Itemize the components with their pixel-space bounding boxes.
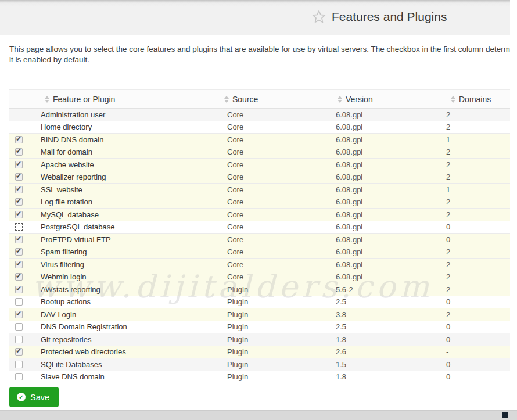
checkbox-cell [9,248,40,256]
checkbox-cell [9,336,40,343]
feature-domains: 2 [446,148,510,156]
feature-version: 6.08.gpl [336,123,446,131]
features-table: Feature or Plugin Source Version Domains… [9,89,511,383]
feature-checkbox[interactable] [15,211,23,218]
feature-version: 6.08.gpl [336,185,446,194]
table-header-row: Feature or Plugin Source Version Domains [9,89,510,109]
feature-version: 2.5 [336,297,446,306]
page-title-group: Features and Plugins [311,9,447,24]
feature-domains: 0 [446,335,510,344]
feature-checkbox[interactable] [15,148,23,156]
feature-domains: 2 [446,272,510,281]
column-header-source[interactable]: Source [224,90,258,109]
feature-checkbox[interactable] [15,273,23,281]
sort-arrows-icon [45,96,49,103]
bottom-status-strip [0,410,517,420]
sort-arrows-icon [451,96,455,103]
feature-checkbox[interactable] [15,336,23,343]
feature-domains: 2 [446,210,510,219]
table-row: Protected web directories Plugin 2.6 - [9,346,510,359]
content-left-border [5,35,5,410]
checkbox-cell [9,161,40,168]
feature-checkbox[interactable] [15,298,23,306]
right-gutter [510,0,517,410]
feature-name: Administration user [40,110,227,119]
feature-checkbox[interactable] [15,161,23,168]
feature-domains: 0 [446,322,510,331]
feature-name: Mail for domain [40,148,227,156]
feature-name: Apache website [40,160,227,169]
save-button-label: Save [30,393,49,402]
feature-checkbox[interactable] [15,311,23,318]
feature-checkbox[interactable] [15,348,23,356]
table-row: SSL website Core 6.08.gpl 1 [9,184,510,196]
feature-source: Core [227,135,336,144]
table-row: ProFTPD virtual FTP Core 6.08.gpl 0 [9,234,510,246]
checkbox-cell [9,298,40,306]
checkbox-cell [9,148,40,156]
table-row: AWstats reporting Plugin 5.6-2 2 [9,283,510,296]
column-header-domains[interactable]: Domains [451,90,491,109]
divider [6,77,510,77]
table-row: Webalizer reporting Core 6.08.gpl 2 [9,171,510,184]
description-line-1: This page allows you to select the core … [9,44,517,55]
feature-version: 1.5 [336,360,446,369]
feature-name: BIND DNS domain [40,135,227,144]
feature-source: Core [227,260,336,269]
feature-checkbox[interactable] [15,136,23,143]
feature-checkbox[interactable] [15,286,23,293]
feature-checkbox[interactable] [15,261,23,268]
feature-checkbox[interactable] [15,186,23,193]
table-row: Git repositories Plugin 1.8 0 [9,333,510,346]
table-row: BIND DNS domain Core 6.08.gpl 1 [9,134,510,146]
column-header-version[interactable]: Version [338,90,373,109]
feature-checkbox[interactable] [15,361,23,368]
feature-source: Core [227,272,336,281]
feature-checkbox[interactable] [15,248,23,256]
table-row: SQLite Databases Plugin 1.5 0 [9,358,510,371]
sort-arrows-icon [224,96,229,103]
feature-source: Core [227,222,336,231]
feature-version: 6.08.gpl [336,260,446,269]
feature-checkbox[interactable] [15,323,23,331]
checkbox-cell [9,361,40,368]
feature-checkbox[interactable] [15,223,23,231]
feature-name: PostgreSQL database [40,222,227,231]
feature-name: Bootup actions [40,297,227,306]
checkbox-cell [9,261,40,268]
feature-domains: 2 [446,285,510,294]
save-button[interactable]: Save [9,387,59,407]
feature-name: Virus filtering [40,260,227,269]
feature-source: Core [227,160,336,169]
feature-name: Protected web directories [40,347,227,356]
feature-source: Plugin [227,372,336,381]
feature-name: SSL website [40,185,227,194]
feature-checkbox[interactable] [15,173,23,181]
feature-checkbox[interactable] [15,236,23,243]
checkbox-cell [9,311,40,318]
feature-version: 6.08.gpl [336,110,446,119]
feature-version: 6.08.gpl [336,235,446,244]
feature-version: 1.8 [336,335,446,344]
feature-name: Webalizer reporting [40,173,227,181]
feature-domains: 2 [446,160,510,169]
feature-domains: 0 [446,360,510,369]
star-icon [311,9,326,24]
page-title: Features and Plugins [332,10,447,24]
feature-version: 3.8 [336,310,446,319]
feature-domains: 2 [446,198,510,206]
table-row: Mail for domain Core 6.08.gpl 2 [9,146,510,159]
table-row: Bootup actions Plugin 2.5 0 [9,296,510,309]
page-description: This page allows you to select the core … [9,44,517,65]
feature-version: 6.08.gpl [336,173,446,181]
checkbox-cell [9,373,40,380]
column-header-feature[interactable]: Feature or Plugin [45,90,115,109]
feature-source: Plugin [227,285,336,294]
feature-source: Core [227,235,336,244]
feature-version: 6.08.gpl [336,222,446,231]
feature-checkbox[interactable] [15,198,23,206]
feature-checkbox[interactable] [15,373,23,380]
feature-name: MySQL database [40,210,227,219]
table-row: Apache website Core 6.08.gpl 2 [9,159,510,171]
table-row: Spam filtering Core 6.08.gpl 2 [9,246,510,259]
